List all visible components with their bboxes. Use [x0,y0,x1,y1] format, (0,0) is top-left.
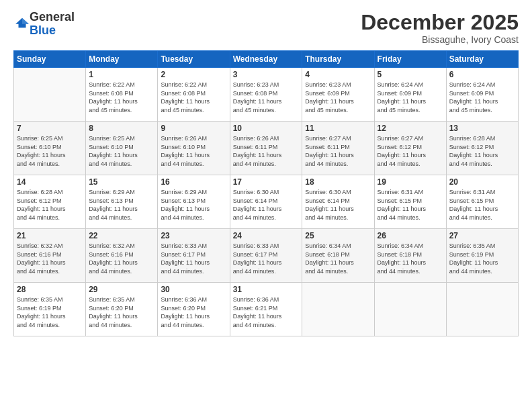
month-title: December 2025 [361,11,519,34]
day-info: Sunrise: 6:22 AM Sunset: 6:08 PM Dayligh… [161,81,226,114]
calendar-cell: 28Sunrise: 6:35 AM Sunset: 6:19 PM Dayli… [14,283,86,336]
day-info: Sunrise: 6:33 AM Sunset: 6:17 PM Dayligh… [161,242,226,275]
day-info: Sunrise: 6:23 AM Sunset: 6:08 PM Dayligh… [233,81,300,114]
day-info: Sunrise: 6:22 AM Sunset: 6:08 PM Dayligh… [89,81,154,114]
day-number: 30 [161,285,226,294]
day-info: Sunrise: 6:24 AM Sunset: 6:09 PM Dayligh… [449,81,515,114]
day-info: Sunrise: 6:35 AM Sunset: 6:19 PM Dayligh… [449,242,515,275]
day-number: 29 [89,285,154,294]
day-info: Sunrise: 6:31 AM Sunset: 6:15 PM Dayligh… [378,188,443,222]
logo-general-text: General [30,10,75,24]
header-thursday: Thursday [302,51,374,68]
day-number: 14 [17,177,83,187]
calendar-cell: 17Sunrise: 6:30 AM Sunset: 6:14 PM Dayli… [230,175,302,229]
logo-icon [15,15,30,30]
day-info: Sunrise: 6:35 AM Sunset: 6:20 PM Dayligh… [89,295,154,329]
calendar-cell: 27Sunrise: 6:35 AM Sunset: 6:19 PM Dayli… [446,229,518,283]
day-info: Sunrise: 6:28 AM Sunset: 6:12 PM Dayligh… [449,134,515,168]
calendar-cell: 14Sunrise: 6:28 AM Sunset: 6:12 PM Dayli… [14,175,86,229]
day-info: Sunrise: 6:27 AM Sunset: 6:12 PM Dayligh… [378,134,443,168]
header: General Blue December 2025 Bissaguhe, Iv… [13,11,519,45]
day-info: Sunrise: 6:32 AM Sunset: 6:16 PM Dayligh… [89,242,154,275]
day-number: 21 [17,231,83,240]
calendar-cell: 12Sunrise: 6:27 AM Sunset: 6:12 PM Dayli… [374,122,446,175]
day-info: Sunrise: 6:23 AM Sunset: 6:09 PM Dayligh… [305,81,371,114]
day-info: Sunrise: 6:27 AM Sunset: 6:11 PM Dayligh… [305,134,371,168]
day-number: 19 [378,177,443,187]
day-number: 17 [233,177,300,187]
header-wednesday: Wednesday [230,51,302,68]
day-number: 15 [89,177,154,187]
calendar-cell: 18Sunrise: 6:30 AM Sunset: 6:14 PM Dayli… [302,175,374,229]
day-info: Sunrise: 6:32 AM Sunset: 6:16 PM Dayligh… [17,242,83,275]
day-info: Sunrise: 6:36 AM Sunset: 6:20 PM Dayligh… [161,295,226,329]
calendar-cell: 6Sunrise: 6:24 AM Sunset: 6:09 PM Daylig… [446,68,518,122]
logo: General Blue [13,11,75,38]
svg-marker-1 [22,18,29,24]
day-number: 9 [161,124,226,133]
day-info: Sunrise: 6:34 AM Sunset: 6:18 PM Dayligh… [305,242,371,275]
calendar-cell: 9Sunrise: 6:26 AM Sunset: 6:10 PM Daylig… [158,122,230,175]
day-info: Sunrise: 6:29 AM Sunset: 6:13 PM Dayligh… [89,188,154,222]
day-number: 27 [449,231,515,240]
day-number: 8 [89,124,154,133]
calendar-cell: 3Sunrise: 6:23 AM Sunset: 6:08 PM Daylig… [230,68,302,122]
calendar-cell [14,68,86,122]
calendar-cell: 23Sunrise: 6:33 AM Sunset: 6:17 PM Dayli… [158,229,230,283]
calendar-cell [446,283,518,336]
day-info: Sunrise: 6:28 AM Sunset: 6:12 PM Dayligh… [17,188,83,222]
day-number: 4 [305,70,371,79]
day-number: 20 [449,177,515,187]
calendar-cell: 5Sunrise: 6:24 AM Sunset: 6:09 PM Daylig… [374,68,446,122]
calendar-cell: 2Sunrise: 6:22 AM Sunset: 6:08 PM Daylig… [158,68,230,122]
calendar-week-5: 28Sunrise: 6:35 AM Sunset: 6:19 PM Dayli… [14,283,519,336]
calendar-cell: 13Sunrise: 6:28 AM Sunset: 6:12 PM Dayli… [446,122,518,175]
calendar-cell: 4Sunrise: 6:23 AM Sunset: 6:09 PM Daylig… [302,68,374,122]
calendar-cell [374,283,446,336]
day-number: 11 [305,124,371,133]
calendar-cell: 16Sunrise: 6:29 AM Sunset: 6:13 PM Dayli… [158,175,230,229]
calendar-table: Sunday Monday Tuesday Wednesday Thursday… [13,50,519,336]
calendar-cell: 10Sunrise: 6:26 AM Sunset: 6:11 PM Dayli… [230,122,302,175]
day-number: 3 [233,70,300,79]
calendar-cell: 20Sunrise: 6:31 AM Sunset: 6:15 PM Dayli… [446,175,518,229]
weekday-header-row: Sunday Monday Tuesday Wednesday Thursday… [14,51,519,68]
day-info: Sunrise: 6:30 AM Sunset: 6:14 PM Dayligh… [233,188,300,222]
day-info: Sunrise: 6:36 AM Sunset: 6:21 PM Dayligh… [233,295,300,329]
day-number: 22 [89,231,154,240]
calendar-cell: 15Sunrise: 6:29 AM Sunset: 6:13 PM Dayli… [86,175,158,229]
day-info: Sunrise: 6:31 AM Sunset: 6:15 PM Dayligh… [449,188,515,222]
calendar-cell: 22Sunrise: 6:32 AM Sunset: 6:16 PM Dayli… [86,229,158,283]
day-number: 23 [161,231,226,240]
day-number: 31 [233,285,300,294]
day-number: 18 [305,177,371,187]
day-info: Sunrise: 6:33 AM Sunset: 6:17 PM Dayligh… [233,242,300,275]
calendar-cell: 11Sunrise: 6:27 AM Sunset: 6:11 PM Dayli… [302,122,374,175]
day-number: 6 [449,70,515,79]
header-friday: Friday [374,51,446,68]
day-number: 28 [17,285,83,294]
day-info: Sunrise: 6:26 AM Sunset: 6:11 PM Dayligh… [233,134,300,168]
day-number: 24 [233,231,300,240]
calendar-week-1: 1Sunrise: 6:22 AM Sunset: 6:08 PM Daylig… [14,68,519,122]
calendar-cell: 30Sunrise: 6:36 AM Sunset: 6:20 PM Dayli… [158,283,230,336]
location: Bissaguhe, Ivory Coast [361,34,519,45]
calendar-cell: 24Sunrise: 6:33 AM Sunset: 6:17 PM Dayli… [230,229,302,283]
header-sunday: Sunday [14,51,86,68]
day-number: 12 [378,124,443,133]
day-number: 25 [305,231,371,240]
day-number: 7 [17,124,83,133]
day-info: Sunrise: 6:26 AM Sunset: 6:10 PM Dayligh… [161,134,226,168]
day-number: 2 [161,70,226,79]
day-number: 1 [89,70,154,79]
header-saturday: Saturday [446,51,518,68]
title-block: December 2025 Bissaguhe, Ivory Coast [361,11,519,45]
day-info: Sunrise: 6:25 AM Sunset: 6:10 PM Dayligh… [17,134,83,168]
calendar-cell: 19Sunrise: 6:31 AM Sunset: 6:15 PM Dayli… [374,175,446,229]
day-info: Sunrise: 6:25 AM Sunset: 6:10 PM Dayligh… [89,134,154,168]
calendar-cell: 25Sunrise: 6:34 AM Sunset: 6:18 PM Dayli… [302,229,374,283]
day-number: 13 [449,124,515,133]
page: General Blue December 2025 Bissaguhe, Iv… [0,0,532,411]
calendar-week-3: 14Sunrise: 6:28 AM Sunset: 6:12 PM Dayli… [14,175,519,229]
day-info: Sunrise: 6:30 AM Sunset: 6:14 PM Dayligh… [305,188,371,222]
